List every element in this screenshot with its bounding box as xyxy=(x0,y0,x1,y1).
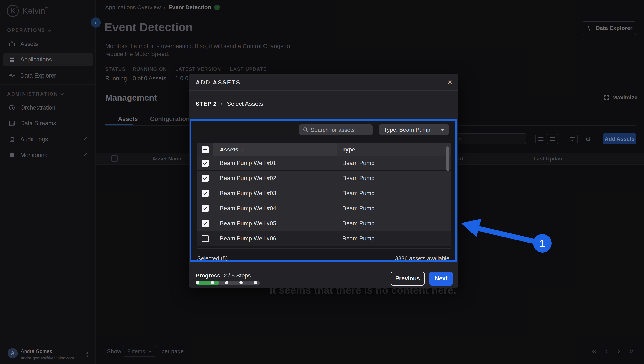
chevron-down-icon xyxy=(441,129,444,131)
step-indicator: STEP 2 • Select Assets xyxy=(196,100,263,107)
asset-row[interactable]: Beam Pump Well #06 Beam Pump xyxy=(197,231,451,246)
row-checkbox[interactable] xyxy=(202,220,209,227)
progress-step-dot xyxy=(254,281,257,284)
assets-available-count: 3336 assets available xyxy=(395,255,450,262)
close-icon[interactable]: × xyxy=(447,77,452,87)
asset-row[interactable]: Beam Pump Well #03 Beam Pump xyxy=(197,186,451,201)
progress-step-dot xyxy=(211,281,214,284)
column-type[interactable]: Type xyxy=(338,143,451,156)
column-assets[interactable]: Assets↓↑ xyxy=(213,143,338,156)
type-filter-select[interactable]: Type: Beam Pump xyxy=(379,125,449,135)
progress-step-dot xyxy=(196,281,199,284)
modal-search-input[interactable]: Search for assets xyxy=(299,125,372,135)
app-root: K Kelvin® OPERATIONS Assets Applications… xyxy=(0,0,644,364)
previous-button[interactable]: Previous xyxy=(390,272,424,285)
progress-step-dot xyxy=(225,281,228,284)
progress-label: Progress: 2 / 5 Steps xyxy=(196,272,251,279)
select-all-checkbox[interactable] xyxy=(202,146,209,153)
row-checkbox[interactable] xyxy=(202,160,209,167)
row-checkbox[interactable] xyxy=(202,175,209,182)
sort-icon: ↓↑ xyxy=(241,147,244,153)
progress-bar xyxy=(196,281,260,285)
row-checkbox[interactable] xyxy=(202,190,209,197)
asset-row[interactable]: Beam Pump Well #01 Beam Pump xyxy=(197,156,451,171)
modal-title: ADD ASSETS xyxy=(196,79,241,86)
annotation-step-1-marker: 1 xyxy=(533,234,552,252)
search-icon xyxy=(303,127,308,133)
progress-step-dot xyxy=(240,281,243,284)
next-button[interactable]: Next xyxy=(430,272,453,285)
row-checkbox[interactable] xyxy=(202,205,209,212)
asset-row[interactable]: Beam Pump Well #05 Beam Pump xyxy=(197,216,451,231)
selected-count: Selected (5) xyxy=(197,255,228,262)
add-assets-modal: ADD ASSETS × STEP 2 • Select Assets Sear… xyxy=(189,74,458,288)
scrollbar-thumb[interactable] xyxy=(446,146,449,171)
row-checkbox[interactable] xyxy=(202,235,209,242)
select-assets-panel: Search for assets Type: Beam Pump Assets… xyxy=(190,119,457,262)
asset-row[interactable]: Beam Pump Well #02 Beam Pump xyxy=(197,171,451,186)
asset-row[interactable]: Beam Pump Well #04 Beam Pump xyxy=(197,201,451,216)
modal-table-header: Assets↓↑ Type xyxy=(197,143,451,156)
